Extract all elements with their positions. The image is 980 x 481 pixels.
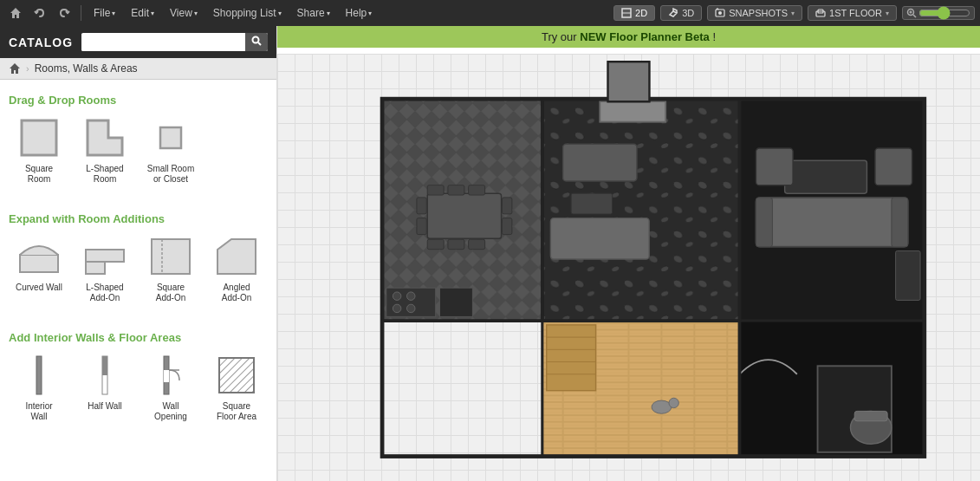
square-addon-icon-wrapper <box>148 234 193 279</box>
main-toolbar: File ▾ Edit ▾ View ▾ Shopping List ▾ Sha… <box>0 0 980 26</box>
curved-wall-item[interactable]: Curved Wall <box>9 231 69 307</box>
svg-rect-69 <box>785 160 867 193</box>
wall-opening-icon-wrapper <box>148 353 193 398</box>
undo-button[interactable] <box>29 5 50 21</box>
svg-rect-18 <box>20 255 58 272</box>
menu-share[interactable]: Share ▾ <box>291 3 336 23</box>
svg-rect-74 <box>563 144 637 181</box>
svg-point-65 <box>407 304 415 312</box>
wall-opening-item[interactable]: WallOpening <box>140 349 201 426</box>
svg-marker-16 <box>88 120 122 155</box>
square-addon-icon <box>150 237 191 276</box>
zoom-slider[interactable] <box>918 10 970 16</box>
svg-rect-77 <box>547 325 596 391</box>
svg-rect-24 <box>36 356 42 394</box>
menu-shopping-list[interactable]: Shopping List ▾ <box>207 3 288 23</box>
half-wall-label: Half Wall <box>88 401 122 412</box>
menu-help[interactable]: Help ▾ <box>340 3 379 23</box>
wall-opening-icon <box>150 354 191 396</box>
square-room-label: SquareRoom <box>25 164 53 185</box>
small-room-label: Small Roomor Closet <box>147 164 194 185</box>
redo-button[interactable] <box>54 5 75 21</box>
l-shaped-addon-label: L-ShapedAdd-On <box>86 283 123 303</box>
svg-rect-54 <box>448 239 464 249</box>
l-shaped-room-label: L-ShapedRoom <box>86 164 123 185</box>
walls-grid: InteriorWall Half Wall <box>9 349 268 426</box>
square-addon-label: SquareAdd-On <box>156 283 185 303</box>
canvas-area: Try our NEW Floor Planner Beta ! <box>277 26 980 481</box>
promo-link[interactable]: NEW Floor Planner Beta <box>580 30 710 43</box>
catalog-title: CATALOG <box>9 36 73 49</box>
small-room-item[interactable]: Small Roomor Closet <box>140 112 201 188</box>
angled-addon-item[interactable]: AngledAdd-On <box>206 231 267 307</box>
sq-floor-area-label: SquareFloor Area <box>217 401 256 422</box>
svg-rect-53 <box>427 239 444 249</box>
search-button[interactable] <box>245 33 268 51</box>
search-icon <box>251 36 262 46</box>
l-shaped-room-item[interactable]: L-ShapedRoom <box>75 112 135 188</box>
svg-line-9 <box>913 15 916 17</box>
zoom-control <box>902 6 975 20</box>
drag-drop-grid: SquareRoom L-ShapedRoom <box>9 112 268 188</box>
svg-rect-20 <box>86 250 124 262</box>
toolbar-right: 2D 3D SNAPSHOTS ▾ 1ST FLOOR ▾ <box>613 5 975 21</box>
search-input[interactable] <box>81 34 245 51</box>
half-wall-item[interactable]: Half Wall <box>75 349 135 426</box>
svg-point-12 <box>253 37 259 43</box>
toolbar-separator <box>81 5 81 21</box>
svg-rect-48 <box>854 411 887 420</box>
menu-edit[interactable]: Edit ▾ <box>125 3 160 23</box>
svg-rect-70 <box>756 148 793 185</box>
drag-drop-section: Drag & Drop Rooms SquareRoom <box>0 80 276 198</box>
floor-plan[interactable] <box>277 54 980 481</box>
svg-rect-28 <box>164 370 169 382</box>
mode-3d-button[interactable]: 3D <box>660 5 702 21</box>
l-shaped-addon-item[interactable]: L-ShapedAdd-On <box>75 231 135 307</box>
svg-rect-31 <box>219 358 254 393</box>
svg-rect-61 <box>439 288 472 316</box>
svg-rect-68 <box>892 198 908 247</box>
svg-point-82 <box>652 400 672 413</box>
svg-marker-23 <box>217 239 256 274</box>
floor-selector-button[interactable]: 1ST FLOOR ▾ <box>808 5 897 21</box>
zoom-icon <box>906 8 917 18</box>
interior-wall-icon-wrapper <box>16 353 62 398</box>
drag-drop-title: Drag & Drop Rooms <box>9 94 268 107</box>
svg-rect-59 <box>502 218 511 235</box>
svg-marker-14 <box>10 63 20 74</box>
svg-rect-15 <box>22 120 56 155</box>
home-button[interactable] <box>5 5 26 21</box>
home-icon[interactable] <box>9 62 21 75</box>
svg-rect-17 <box>160 127 181 148</box>
floor-plan-svg <box>277 54 980 481</box>
interior-wall-label: InteriorWall <box>25 401 52 422</box>
snapshots-button[interactable]: SNAPSHOTS ▾ <box>707 5 802 21</box>
walls-section: Add Interior Walls & Floor Areas Interio… <box>0 317 276 436</box>
search-box <box>81 33 268 51</box>
l-shaped-addon-icon-wrapper <box>82 234 127 279</box>
svg-rect-50 <box>427 185 444 195</box>
svg-line-13 <box>258 42 261 45</box>
square-room-icon <box>18 117 60 159</box>
svg-rect-66 <box>756 198 907 247</box>
svg-rect-75 <box>600 101 665 122</box>
svg-rect-52 <box>469 185 485 195</box>
main-layout: CATALOG › Rooms, Walls & Areas Drag & Dr… <box>0 26 980 481</box>
menu-file[interactable]: File ▾ <box>88 3 121 23</box>
half-wall-icon <box>84 354 126 396</box>
sq-floor-area-item[interactable]: SquareFloor Area <box>206 349 267 426</box>
svg-rect-51 <box>448 185 464 195</box>
svg-rect-57 <box>417 218 426 235</box>
l-shaped-addon-icon <box>84 237 126 276</box>
square-room-item[interactable]: SquareRoom <box>9 112 69 188</box>
svg-rect-76 <box>571 193 612 214</box>
svg-rect-90 <box>608 62 649 101</box>
angled-addon-icon <box>216 237 257 276</box>
interior-wall-item[interactable]: InteriorWall <box>9 349 69 426</box>
menu-view[interactable]: View ▾ <box>164 3 204 23</box>
expand-title: Expand with Room Additions <box>9 212 268 225</box>
mode-2d-button[interactable]: 2D <box>613 5 655 21</box>
square-addon-item[interactable]: SquareAdd-On <box>140 231 201 307</box>
breadcrumb-label: Rooms, Walls & Areas <box>35 62 138 75</box>
sq-floor-area-icon-wrapper <box>214 353 259 398</box>
